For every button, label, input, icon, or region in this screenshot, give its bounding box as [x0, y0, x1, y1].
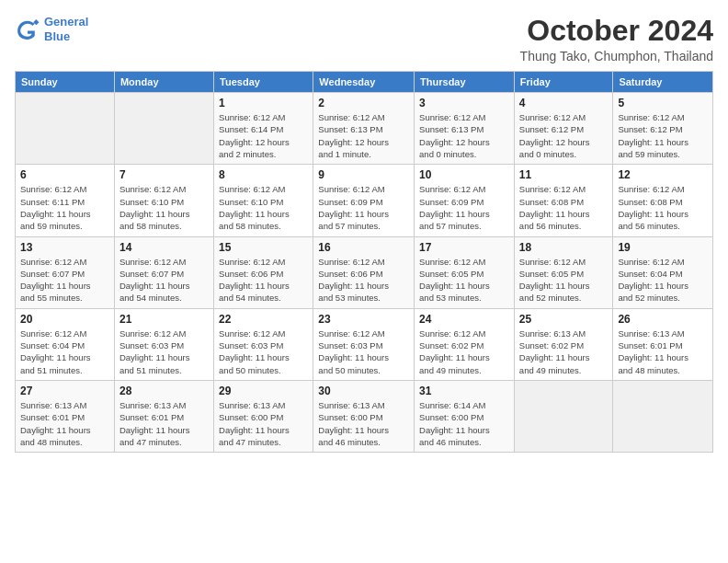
day-number: 15	[219, 241, 308, 254]
day-number: 12	[618, 168, 708, 181]
logo: General Blue	[15, 15, 88, 43]
day-info: Sunrise: 6:12 AM Sunset: 6:03 PM Dayligh…	[318, 327, 409, 376]
day-cell: 27Sunrise: 6:13 AM Sunset: 6:01 PM Dayli…	[16, 380, 115, 452]
day-info: Sunrise: 6:12 AM Sunset: 6:13 PM Dayligh…	[419, 111, 509, 160]
day-number: 18	[519, 241, 609, 254]
day-number: 17	[419, 241, 509, 254]
title-block: October 2024 Thung Tako, Chumphon, Thail…	[520, 15, 713, 63]
header-monday: Monday	[114, 72, 213, 93]
day-info: Sunrise: 6:12 AM Sunset: 6:12 PM Dayligh…	[519, 111, 609, 160]
day-number: 21	[119, 313, 209, 326]
day-info: Sunrise: 6:13 AM Sunset: 6:01 PM Dayligh…	[119, 399, 209, 448]
day-info: Sunrise: 6:12 AM Sunset: 6:10 PM Dayligh…	[219, 183, 308, 232]
day-cell: 26Sunrise: 6:13 AM Sunset: 6:01 PM Dayli…	[613, 308, 713, 380]
day-cell: 20Sunrise: 6:12 AM Sunset: 6:04 PM Dayli…	[16, 308, 115, 380]
calendar-body: 1Sunrise: 6:12 AM Sunset: 6:14 PM Daylig…	[16, 93, 713, 453]
day-number: 8	[219, 168, 308, 181]
day-cell: 22Sunrise: 6:12 AM Sunset: 6:03 PM Dayli…	[214, 308, 313, 380]
day-number: 20	[20, 313, 109, 326]
week-row-2: 13Sunrise: 6:12 AM Sunset: 6:07 PM Dayli…	[16, 236, 713, 308]
day-number: 30	[318, 385, 409, 397]
month-title: October 2024	[520, 15, 713, 47]
day-info: Sunrise: 6:12 AM Sunset: 6:06 PM Dayligh…	[318, 256, 409, 304]
day-cell: 28Sunrise: 6:13 AM Sunset: 6:01 PM Dayli…	[114, 380, 213, 452]
day-cell: 10Sunrise: 6:12 AM Sunset: 6:09 PM Dayli…	[415, 165, 515, 236]
day-number: 23	[318, 313, 409, 326]
header-tuesday: Tuesday	[214, 72, 313, 93]
day-info: Sunrise: 6:12 AM Sunset: 6:03 PM Dayligh…	[219, 327, 308, 376]
day-cell: 4Sunrise: 6:12 AM Sunset: 6:12 PM Daylig…	[514, 93, 613, 165]
header-wednesday: Wednesday	[313, 72, 415, 93]
day-info: Sunrise: 6:13 AM Sunset: 6:02 PM Dayligh…	[519, 327, 609, 376]
day-info: Sunrise: 6:12 AM Sunset: 6:08 PM Dayligh…	[519, 183, 609, 232]
day-info: Sunrise: 6:12 AM Sunset: 6:04 PM Dayligh…	[20, 327, 109, 376]
header-friday: Friday	[514, 72, 613, 93]
day-number: 27	[20, 385, 109, 397]
day-number: 3	[419, 97, 509, 109]
day-cell: 18Sunrise: 6:12 AM Sunset: 6:05 PM Dayli…	[514, 236, 613, 308]
day-cell: 19Sunrise: 6:12 AM Sunset: 6:04 PM Dayli…	[613, 236, 713, 308]
day-cell: 29Sunrise: 6:13 AM Sunset: 6:00 PM Dayli…	[214, 380, 313, 452]
day-info: Sunrise: 6:13 AM Sunset: 6:01 PM Dayligh…	[20, 399, 109, 448]
day-number: 1	[219, 97, 308, 109]
day-info: Sunrise: 6:12 AM Sunset: 6:04 PM Dayligh…	[618, 256, 708, 304]
day-info: Sunrise: 6:12 AM Sunset: 6:06 PM Dayligh…	[219, 256, 308, 304]
day-info: Sunrise: 6:12 AM Sunset: 6:05 PM Dayligh…	[419, 256, 509, 304]
day-info: Sunrise: 6:12 AM Sunset: 6:10 PM Dayligh…	[119, 183, 209, 232]
calendar-table: Sunday Monday Tuesday Wednesday Thursday…	[15, 71, 713, 453]
day-cell: 21Sunrise: 6:12 AM Sunset: 6:03 PM Dayli…	[114, 308, 213, 380]
day-cell	[514, 380, 613, 452]
day-cell: 30Sunrise: 6:13 AM Sunset: 6:00 PM Dayli…	[313, 380, 415, 452]
day-number: 11	[519, 168, 609, 181]
header-saturday: Saturday	[613, 72, 713, 93]
day-cell	[114, 93, 213, 165]
day-number: 22	[219, 313, 308, 326]
logo-line1: General	[44, 15, 88, 29]
day-number: 4	[519, 97, 609, 109]
day-info: Sunrise: 6:12 AM Sunset: 6:09 PM Dayligh…	[318, 183, 409, 232]
week-row-3: 20Sunrise: 6:12 AM Sunset: 6:04 PM Dayli…	[16, 308, 713, 380]
week-row-1: 6Sunrise: 6:12 AM Sunset: 6:11 PM Daylig…	[16, 165, 713, 236]
day-cell: 11Sunrise: 6:12 AM Sunset: 6:08 PM Dayli…	[514, 165, 613, 236]
day-cell: 7Sunrise: 6:12 AM Sunset: 6:10 PM Daylig…	[114, 165, 213, 236]
day-cell: 25Sunrise: 6:13 AM Sunset: 6:02 PM Dayli…	[514, 308, 613, 380]
day-cell: 5Sunrise: 6:12 AM Sunset: 6:12 PM Daylig…	[613, 93, 713, 165]
day-info: Sunrise: 6:12 AM Sunset: 6:12 PM Dayligh…	[618, 111, 708, 160]
header-thursday: Thursday	[415, 72, 515, 93]
day-number: 7	[119, 168, 209, 181]
day-info: Sunrise: 6:13 AM Sunset: 6:01 PM Dayligh…	[618, 327, 708, 376]
day-cell: 17Sunrise: 6:12 AM Sunset: 6:05 PM Dayli…	[415, 236, 515, 308]
day-cell	[613, 380, 713, 452]
week-row-0: 1Sunrise: 6:12 AM Sunset: 6:14 PM Daylig…	[16, 93, 713, 165]
day-cell: 16Sunrise: 6:12 AM Sunset: 6:06 PM Dayli…	[313, 236, 415, 308]
day-cell: 14Sunrise: 6:12 AM Sunset: 6:07 PM Dayli…	[114, 236, 213, 308]
day-info: Sunrise: 6:12 AM Sunset: 6:02 PM Dayligh…	[419, 327, 509, 376]
day-number: 14	[119, 241, 209, 254]
day-number: 19	[618, 241, 708, 254]
day-number: 31	[419, 385, 509, 397]
logo-line2: Blue	[44, 29, 70, 43]
day-info: Sunrise: 6:12 AM Sunset: 6:08 PM Dayligh…	[618, 183, 708, 232]
day-info: Sunrise: 6:13 AM Sunset: 6:00 PM Dayligh…	[318, 399, 409, 448]
day-info: Sunrise: 6:12 AM Sunset: 6:14 PM Dayligh…	[219, 111, 308, 160]
day-cell	[16, 93, 115, 165]
day-number: 26	[618, 313, 708, 326]
day-cell: 24Sunrise: 6:12 AM Sunset: 6:02 PM Dayli…	[415, 308, 515, 380]
header-sunday: Sunday	[16, 72, 115, 93]
day-cell: 1Sunrise: 6:12 AM Sunset: 6:14 PM Daylig…	[214, 93, 313, 165]
day-info: Sunrise: 6:12 AM Sunset: 6:13 PM Dayligh…	[318, 111, 409, 160]
header-row: Sunday Monday Tuesday Wednesday Thursday…	[16, 72, 713, 93]
day-cell: 31Sunrise: 6:14 AM Sunset: 6:00 PM Dayli…	[415, 380, 515, 452]
day-cell: 8Sunrise: 6:12 AM Sunset: 6:10 PM Daylig…	[214, 165, 313, 236]
day-number: 9	[318, 168, 409, 181]
day-info: Sunrise: 6:12 AM Sunset: 6:05 PM Dayligh…	[519, 256, 609, 304]
day-number: 5	[618, 97, 708, 109]
day-cell: 3Sunrise: 6:12 AM Sunset: 6:13 PM Daylig…	[415, 93, 515, 165]
day-info: Sunrise: 6:12 AM Sunset: 6:03 PM Dayligh…	[119, 327, 209, 376]
day-number: 13	[20, 241, 109, 254]
day-cell: 6Sunrise: 6:12 AM Sunset: 6:11 PM Daylig…	[16, 165, 115, 236]
day-number: 28	[119, 385, 209, 397]
day-number: 10	[419, 168, 509, 181]
logo-text: General Blue	[44, 15, 88, 43]
location: Thung Tako, Chumphon, Thailand	[520, 49, 713, 63]
